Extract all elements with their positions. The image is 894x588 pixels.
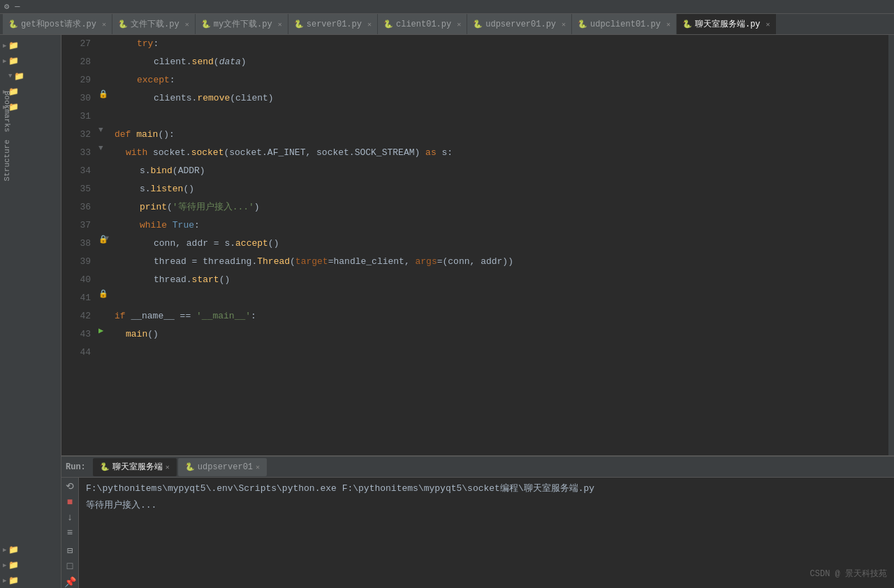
line-num-35: 35: [61, 180, 91, 198]
tab-client01[interactable]: 🐍 client01.py ✕: [378, 14, 467, 35]
sidebar-item-1[interactable]: ▶ 📁: [0, 38, 61, 53]
tab-close[interactable]: ✕: [185, 20, 189, 29]
code-line-28: client.send(data): [115, 53, 888, 71]
run-content: ⟲ ■ ↓ ≡ ⊟ □ 📌 F:\pythonitems\mypyqt5\.en…: [61, 478, 894, 588]
sidebar-item-bottom-2[interactable]: ▶ 📁: [0, 557, 61, 573]
run-output: F:\pythonitems\mypyqt5\.env\Scripts\pyth…: [79, 478, 894, 588]
run-tab-bar: Run: 🐍 聊天室服务端 ✕ 🐍 udpserver01 ✕: [61, 457, 894, 478]
code-editor[interactable]: 27 28 29 30 31 32 33 34 35 36 37 38 39 4…: [61, 35, 894, 455]
code-line-37: while True:: [115, 216, 888, 235]
line-num-29: 29: [61, 71, 91, 89]
py-icon: 🐍: [578, 20, 587, 29]
code-line-41: [115, 289, 888, 307]
line-num-41: 41: [61, 289, 91, 307]
py-icon: 🐍: [8, 20, 18, 29]
tab-label: udpclient01.py: [590, 20, 661, 29]
stop-icon[interactable]: ■: [67, 497, 73, 508]
settings-icon[interactable]: ⚙: [4, 1, 9, 12]
line-num-42: 42: [61, 307, 91, 325]
tab-close[interactable]: ✕: [278, 20, 282, 29]
line-num-27: 27: [61, 35, 91, 53]
py-icon: 🐍: [383, 20, 393, 29]
expand-icon[interactable]: □: [67, 561, 73, 572]
settings-run-icon[interactable]: ⊟: [67, 545, 73, 557]
tab-server01[interactable]: 🐍 server01.py ✕: [288, 14, 378, 35]
scroll-down-icon[interactable]: ↓: [67, 512, 73, 523]
run-tab-udpserver01[interactable]: 🐍 udpserver01 ✕: [178, 458, 267, 476]
folder-icon: 📁: [8, 575, 19, 586]
code-line-33: with socket.socket(socket.AF_INET, socke…: [115, 144, 888, 162]
tab-bar: 🐍 get和post请求.py ✕ 🐍 文件下载.py ✕ 🐍 my文件下载.p…: [0, 14, 894, 35]
code-content[interactable]: try: client.send(data) except: clients.r…: [112, 35, 888, 455]
line-num-44: 44: [61, 344, 91, 362]
folder-icon: 📁: [8, 56, 19, 66]
line-num-32: 32: [61, 126, 91, 144]
tab-file-download[interactable]: 🐍 文件下载.py ✕: [112, 14, 196, 35]
gutter: 🔒 ▼ ▼ 🔒 ▼ 🔒 ▶: [96, 35, 112, 455]
arrow-icon: ▶: [3, 57, 6, 65]
wrap-icon[interactable]: ≡: [67, 527, 73, 538]
arrow-icon: ▶: [3, 42, 6, 50]
line-num-30: 30: [61, 89, 91, 108]
tab-get-post[interactable]: 🐍 get和post请求.py ✕: [3, 14, 112, 35]
run-tab-label: 聊天室服务端: [112, 461, 163, 473]
line-num-40: 40: [61, 271, 91, 289]
line-num-33: 33: [61, 144, 91, 162]
code-line-30: clients.remove(client): [115, 89, 888, 108]
tab-udpserver01[interactable]: 🐍 udpserver01.py ✕: [467, 14, 572, 35]
bookmarks-label[interactable]: Bookmarks: [3, 91, 11, 132]
tab-label: 文件下载.py: [131, 18, 179, 30]
arrow-icon: ▶: [3, 561, 6, 569]
code-line-40: thread.start(): [115, 271, 888, 289]
pin-icon[interactable]: 📌: [64, 576, 76, 588]
run-tab-close[interactable]: ✕: [166, 463, 170, 471]
bottom-run-tools: ⟲ ■ ↓ ≡ ⊟ □ 📌: [61, 478, 79, 588]
tab-close[interactable]: ✕: [367, 20, 372, 29]
watermark: CSDN @ 景天科技苑: [810, 568, 887, 580]
tab-close[interactable]: ✕: [666, 20, 670, 29]
folder-icon: 📁: [8, 545, 19, 555]
tab-chat-server[interactable]: 🐍 聊天室服务端.py ✕: [677, 14, 777, 35]
tab-close[interactable]: ✕: [766, 20, 770, 29]
tab-label: get和post请求.py: [21, 18, 96, 30]
code-line-43: main(): [115, 325, 888, 344]
main-area: ▶ 📁 ▶ 📁 ▼ 📁 ▶ 📁 ▶ 📁 Bookmarks ▶ 📁: [0, 35, 894, 588]
fold-icon-32[interactable]: ▼: [98, 126, 103, 134]
run-tab-close[interactable]: ✕: [256, 463, 260, 471]
run-tab-chat-server[interactable]: 🐍 聊天室服务端 ✕: [93, 458, 177, 476]
py-icon: 🐍: [118, 20, 128, 29]
tab-my-file-download[interactable]: 🐍 my文件下载.py ✕: [196, 14, 288, 35]
editor-area: 27 28 29 30 31 32 33 34 35 36 37 38 39 4…: [61, 35, 894, 588]
rerun-icon[interactable]: ⟲: [66, 480, 74, 492]
py-icon: 🐍: [682, 20, 692, 29]
line-num-43: 43: [61, 325, 91, 344]
vertical-scrollbar[interactable]: [888, 35, 894, 455]
structure-label[interactable]: Structure: [3, 140, 11, 181]
tab-label: my文件下载.py: [214, 18, 272, 30]
left-sidebar-labels: Structure: [0, 140, 14, 181]
tab-udpclient01[interactable]: 🐍 udpclient01.py ✕: [572, 14, 677, 35]
line-num-34: 34: [61, 162, 91, 180]
lock-icon-30: 🔒: [98, 89, 108, 98]
folder-icon: 📁: [8, 560, 19, 571]
tab-label: 聊天室服务端.py: [695, 18, 761, 30]
sidebar-item-bottom-3[interactable]: ▶ 📁: [0, 573, 61, 588]
line-num-31: 31: [61, 108, 91, 126]
sidebar-item-2[interactable]: ▶ 📁: [0, 53, 61, 68]
arrow-icon: ▶: [3, 546, 6, 554]
run-arrow-icon[interactable]: ▶: [98, 325, 103, 336]
run-text: Run:: [66, 462, 86, 472]
tab-close[interactable]: ✕: [102, 20, 106, 29]
folder-icon: 📁: [8, 41, 19, 51]
line-num-38: 38: [61, 235, 91, 253]
code-line-32: def main():: [115, 126, 888, 144]
tab-close[interactable]: ✕: [562, 20, 566, 29]
sidebar-item-bottom-1[interactable]: ▶ 📁: [0, 542, 61, 557]
arrow-icon: ▶: [3, 577, 6, 585]
tab-label: udpserver01.py: [485, 20, 556, 29]
tab-close[interactable]: ✕: [457, 20, 461, 29]
minimize-icon[interactable]: —: [15, 2, 20, 12]
code-line-34: s.bind(ADDR): [115, 162, 888, 180]
fold-icon-37[interactable]: ▼: [105, 235, 109, 242]
fold-icon-33[interactable]: ▼: [98, 144, 103, 152]
